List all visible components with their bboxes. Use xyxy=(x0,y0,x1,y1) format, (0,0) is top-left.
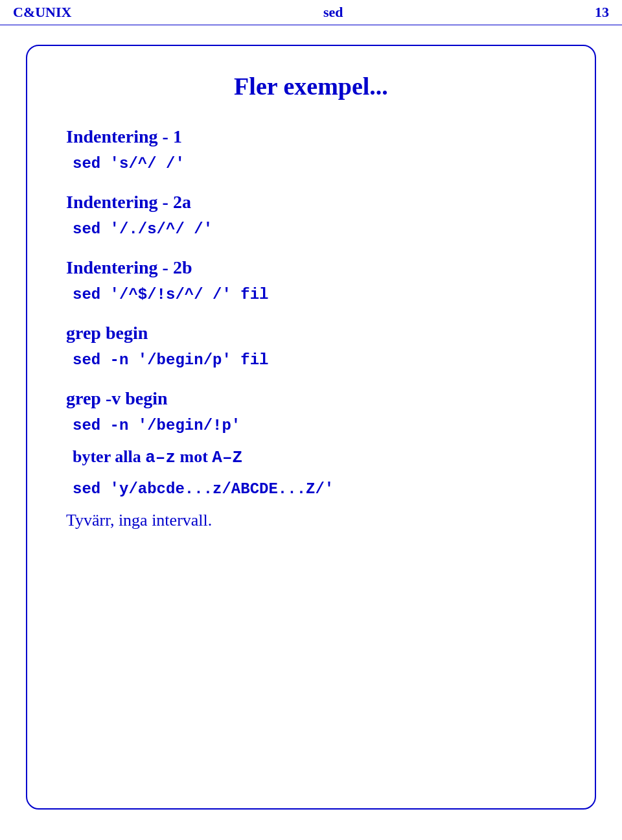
code-indentering-1: sed 's/^/ /' xyxy=(73,155,556,172)
section-heading-byter-alla: byter alla a–z mot A–Z xyxy=(73,447,556,467)
byter-alla-note: Tyvärr, inga intervall. xyxy=(66,511,556,530)
section-heading-grep-begin: grep begin xyxy=(66,323,556,344)
code-grep-v-begin: sed -n '/begin/!p' xyxy=(73,417,556,434)
code-indentering-2b: sed '/^$/!s/^/ /' fil xyxy=(73,286,556,303)
section-heading-indentering-2b: Indentering - 2b xyxy=(66,257,556,278)
card-title: Fler exempel... xyxy=(66,72,556,100)
header-center: sed xyxy=(323,4,343,21)
byter-alla-middle: mot xyxy=(176,447,212,466)
code-grep-begin: sed -n '/begin/p' fil xyxy=(73,351,556,369)
main-card: Fler exempel... Indentering - 1 sed 's/^… xyxy=(26,45,596,810)
header-right: 13 xyxy=(595,4,609,21)
byter-alla-range1: a–z xyxy=(145,448,176,467)
header-left: C&UNIX xyxy=(13,4,71,21)
section-heading-indentering-1: Indentering - 1 xyxy=(66,126,556,147)
code-byter-alla: sed 'y/abcde...z/ABCDE...Z/' xyxy=(73,480,556,498)
byter-alla-prefix: byter alla xyxy=(73,447,145,466)
section-heading-indentering-2a: Indentering - 2a xyxy=(66,192,556,213)
code-indentering-2a: sed '/./s/^/ /' xyxy=(73,220,556,238)
byter-alla-range2: A–Z xyxy=(212,448,242,467)
section-heading-grep-v-begin: grep -v begin xyxy=(66,388,556,409)
